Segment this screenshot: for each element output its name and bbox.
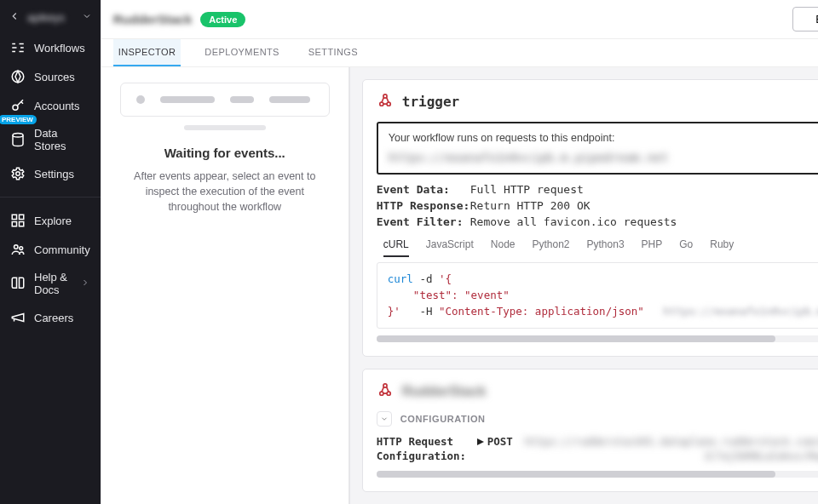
code-tab-python2[interactable]: Python2 (532, 238, 569, 257)
sidebar-item-label: Sources (34, 71, 75, 83)
svg-point-14 (387, 102, 390, 106)
edit-button[interactable]: Edit (792, 7, 818, 32)
svg-rect-4 (12, 215, 16, 219)
chevron-right-icon (80, 278, 90, 290)
inspector-title: Waiting for events... (120, 146, 330, 160)
sidebar-item-explore[interactable]: Explore (0, 206, 101, 235)
svg-point-8 (14, 245, 19, 249)
kv-val: Full HTTP request (470, 183, 584, 196)
kv-key: HTTP Response: (377, 199, 470, 212)
sidebar-item-label: Community (34, 243, 90, 256)
topbar: RudderStack Active Edit (101, 0, 818, 39)
code-tabs: cURL JavaScript Node Python2 Python3 PHP… (377, 238, 818, 257)
sidebar-item-settings[interactable]: Settings (0, 159, 101, 188)
gear-icon (10, 166, 26, 181)
trigger-title: trigger (402, 94, 459, 110)
sidebar-item-label: Data Stores (34, 127, 90, 152)
sidebar-item-careers[interactable]: Careers (0, 303, 101, 332)
config-url: https://rudderstack01.dataplane.rudderst… (525, 435, 818, 464)
back-icon[interactable] (9, 10, 20, 25)
sidebar-item-help[interactable]: Help & Docs (0, 264, 101, 303)
svg-point-9 (20, 247, 23, 250)
endpoint-box: Your workflow runs on requests to this e… (377, 122, 818, 175)
code-tab-python3[interactable]: Python3 (587, 238, 625, 257)
sidebar-item-label: Workflows (34, 42, 85, 54)
svg-rect-6 (12, 222, 16, 226)
expand-toggle[interactable] (377, 411, 392, 427)
sidebar-item-data-stores[interactable]: PREVIEW Data Stores (0, 120, 101, 159)
horizontal-scrollbar[interactable] (377, 471, 818, 478)
triangle-right-icon (477, 438, 484, 445)
people-icon (10, 242, 26, 257)
event-placeholder-card (120, 83, 330, 117)
svg-point-0 (12, 71, 24, 83)
status-badge: Active (200, 12, 245, 27)
database-icon (10, 132, 26, 147)
endpoint-label: Your workflow runs on requests to this e… (389, 132, 818, 144)
code-tab-go[interactable]: Go (679, 238, 693, 257)
config-key: HTTP Request Configuration: (377, 435, 465, 464)
sidebar-item-community[interactable]: Community (0, 235, 101, 264)
svg-point-15 (383, 94, 387, 98)
webhook-icon (377, 92, 394, 112)
svg-point-13 (380, 102, 383, 106)
horizontal-scrollbar[interactable] (377, 335, 818, 342)
grid-icon (10, 213, 26, 228)
inspector-panel: Waiting for events... After events appea… (101, 67, 350, 504)
code-snippet[interactable]: curl -d '{ "test": "event" }' -H "Conten… (377, 262, 818, 329)
webhook-icon (377, 381, 394, 401)
svg-point-19 (383, 384, 387, 387)
workflow-icon (10, 40, 26, 55)
trigger-card: trigger Your workflow runs on requests t… (362, 79, 818, 357)
kv-val: Remove all favicon.ico requests (470, 215, 677, 228)
code-tab-javascript[interactable]: JavaScript (426, 238, 474, 257)
org-name[interactable]: apikeys (27, 11, 75, 24)
svg-marker-20 (477, 438, 484, 445)
sidebar-item-label: Accounts (34, 100, 79, 112)
svg-point-3 (16, 172, 20, 176)
sources-icon (10, 69, 26, 84)
code-tab-curl[interactable]: cURL (383, 238, 409, 257)
sidebar-item-label: Help & Docs (34, 271, 72, 296)
sidebar-divider (0, 197, 101, 198)
svg-point-2 (13, 134, 23, 138)
sidebar-item-label: Explore (34, 215, 72, 227)
tab-deployments[interactable]: DEPLOYMENTS (199, 39, 285, 66)
svg-rect-5 (20, 215, 24, 219)
kv-val: Return HTTP 200 OK (470, 199, 590, 212)
chevron-down-icon[interactable] (82, 11, 92, 24)
sidebar-item-label: Careers (34, 312, 73, 324)
configuration-label: CONFIGURATION (400, 414, 486, 424)
sidebar-item-sources[interactable]: Sources (0, 62, 101, 91)
code-tab-node[interactable]: Node (491, 238, 516, 257)
svg-point-1 (13, 105, 18, 110)
code-tab-ruby[interactable]: Ruby (710, 238, 734, 257)
http-method: POST (477, 435, 513, 448)
sidebar: apikeys Workflows Sources Accounts PREVI… (0, 0, 101, 504)
key-icon (10, 98, 26, 113)
book-icon (10, 276, 26, 291)
tab-settings[interactable]: SETTINGS (303, 39, 363, 66)
kv-key: Event Data: (377, 183, 470, 196)
tab-inspector[interactable]: INSPECTOR (113, 39, 181, 66)
svg-point-17 (380, 392, 383, 395)
workflow-title: RudderStack (113, 12, 193, 26)
kv-key: Event Filter: (377, 215, 470, 228)
megaphone-icon (10, 310, 26, 325)
preview-badge: PREVIEW (0, 115, 37, 124)
workflow-canvas: trigger Your workflow runs on requests t… (350, 67, 818, 504)
inspector-body: After events appear, select an event to … (120, 169, 330, 215)
svg-point-18 (387, 392, 390, 395)
code-tab-php[interactable]: PHP (642, 238, 663, 257)
sidebar-item-workflows[interactable]: Workflows (0, 33, 101, 62)
sidebar-item-label: Settings (34, 168, 74, 180)
chevron-down-icon (380, 415, 389, 423)
step-card: RudderStack CONFIGURATION HTTP Request C… (362, 369, 818, 492)
step-title: RudderStack (402, 384, 487, 399)
endpoint-url: https://eoanafo1n0vcipb.m.pipedream.net (389, 151, 818, 164)
top-tabs: INSPECTOR DEPLOYMENTS SETTINGS (101, 39, 818, 67)
svg-rect-7 (20, 222, 24, 226)
